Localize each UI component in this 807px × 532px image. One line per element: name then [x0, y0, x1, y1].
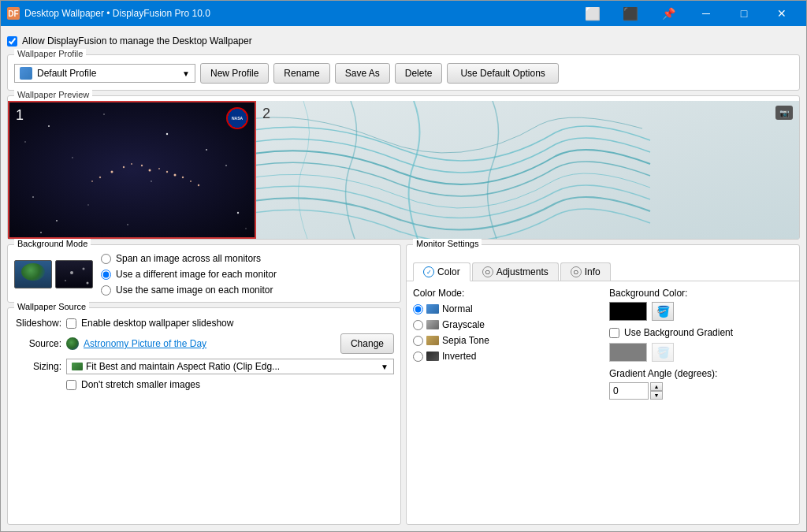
slideshow-check-label[interactable]: Enable desktop wallpaper slideshow [81, 318, 233, 329]
dont-stretch-checkbox[interactable] [66, 380, 76, 390]
svg-point-21 [190, 180, 192, 182]
source-label: Source: [14, 338, 61, 349]
radio-different-label[interactable]: Use a different image for each monitor [116, 269, 277, 280]
manage-label[interactable]: Allow DisplayFusion to manage the Deskto… [22, 35, 252, 47]
svg-point-6 [32, 196, 34, 198]
source-text: Astronomy Picture of the Day [84, 338, 206, 349]
monitor-2-preview[interactable]: 2 📷 [256, 101, 799, 239]
tab-adjustments-icon: ○ [482, 266, 493, 277]
source-row: Source: Astronomy Picture of the Day Cha… [14, 333, 394, 354]
gradient-label[interactable]: Use Background Gradient [624, 327, 733, 338]
color-mode-normal: Normal [413, 303, 597, 314]
tab-color-label: Color [437, 266, 460, 277]
svg-point-20 [91, 180, 93, 182]
svg-point-14 [149, 169, 151, 172]
svg-point-4 [206, 149, 207, 151]
save-as-button[interactable]: Save As [335, 63, 390, 84]
tab-info-label: Info [585, 266, 601, 277]
bg-color-eyedropper[interactable]: 🪣 [652, 302, 674, 321]
svg-point-30 [83, 268, 85, 270]
svg-point-32 [87, 282, 89, 285]
wallpaper-source-section: Wallpaper Source Slideshow: Enable deskt… [7, 307, 401, 525]
svg-point-31 [65, 280, 66, 281]
radio-same-label[interactable]: Use the same image on each monitor [116, 285, 273, 296]
grayscale-label[interactable]: Grayscale [442, 319, 485, 330]
new-profile-button[interactable]: New Profile [200, 63, 269, 84]
color-mode-section: Color Mode: Normal [413, 288, 793, 400]
radio-different: Use a different image for each monitor [101, 269, 277, 280]
bg-color-title: Background Color: [609, 288, 793, 299]
gradient-eyedropper[interactable]: 🪣 [652, 343, 674, 362]
change-source-button[interactable]: Change [340, 333, 394, 354]
tab-content-color: Color Mode: Normal [407, 281, 799, 406]
slideshow-checkbox[interactable] [66, 318, 76, 329]
svg-point-17 [174, 174, 177, 177]
radio-inverted[interactable] [413, 352, 423, 362]
color-mode-title: Color Mode: [413, 288, 597, 299]
radio-options: Span an image across all monitors Use a … [101, 253, 277, 296]
tab-info-icon: ○ [571, 266, 582, 277]
main-window: DF Desktop Wallpaper • DisplayFusion Pro… [0, 0, 807, 532]
bg-color-swatch[interactable] [609, 302, 647, 321]
wave-wallpaper [256, 101, 799, 239]
angle-input-row: 0 ▲ ▼ [609, 382, 793, 400]
tab-color[interactable]: ✓ Color [413, 262, 470, 281]
restore-button[interactable]: □ [726, 1, 762, 26]
delete-button[interactable]: Delete [395, 63, 443, 84]
slideshow-row: Slideshow: Enable desktop wallpaper slid… [14, 318, 394, 329]
monitor-icon-1[interactable]: ⬜ [575, 1, 611, 26]
tab-color-icon: ✓ [423, 266, 434, 277]
angle-up-button[interactable]: ▲ [650, 382, 663, 391]
radio-normal[interactable] [413, 304, 423, 314]
minimize-button[interactable]: ─ [688, 1, 724, 26]
svg-point-9 [56, 220, 58, 221]
sizing-label: Sizing: [14, 361, 61, 372]
color-mode-grayscale: Grayscale [413, 319, 597, 330]
radio-span-input[interactable] [101, 254, 111, 264]
radio-span: Span an image across all monitors [101, 253, 277, 264]
bg-mode-content: Span an image across all monitors Use a … [14, 250, 394, 296]
rename-button[interactable]: Rename [273, 63, 329, 84]
inverted-label[interactable]: Inverted [442, 351, 476, 362]
sepia-label[interactable]: Sepia Tone [442, 335, 489, 346]
monitor-1-preview[interactable]: 1 NASA [8, 101, 256, 239]
radio-span-label[interactable]: Span an image across all monitors [116, 253, 261, 264]
bg-color-section: Background Color: 🪣 [609, 288, 793, 321]
bg-color-swatch-row: 🪣 [609, 302, 793, 321]
tab-info[interactable]: ○ Info [560, 262, 611, 281]
use-default-button[interactable]: Use Default Options [447, 63, 558, 84]
radio-sepia[interactable] [413, 336, 423, 346]
radio-different-input[interactable] [101, 270, 111, 280]
monitor-icons [14, 260, 93, 288]
sizing-row: Sizing: Fit Best and maintain Aspect Rat… [14, 359, 394, 374]
svg-point-5 [151, 180, 152, 182]
monitor-settings-label: Monitor Settings [413, 239, 482, 248]
radio-same-input[interactable] [101, 285, 111, 296]
angle-down-button[interactable]: ▼ [650, 391, 663, 400]
monitor-icon-2[interactable]: ⬛ [612, 1, 649, 26]
monitor-icon-globe [14, 260, 52, 288]
radio-grayscale[interactable] [413, 320, 423, 330]
sizing-text: Fit Best and maintain Aspect Ratio (Clip… [86, 361, 280, 372]
angle-input[interactable]: 0 [609, 382, 649, 400]
monitor-1-number: 1 [16, 107, 24, 124]
svg-point-24 [87, 204, 89, 206]
pin-button[interactable]: 📌 [650, 1, 686, 26]
close-button[interactable]: ✕ [764, 1, 800, 26]
dont-stretch-label[interactable]: Don't stretch smaller images [81, 379, 200, 390]
sizing-dropdown[interactable]: Fit Best and maintain Aspect Ratio (Clip… [66, 359, 394, 374]
right-panel-inner: ✓ Color ○ Adjustments ○ Info [407, 245, 799, 406]
monitor-settings-panel: Monitor Settings ✓ Color ○ Adjustments [406, 244, 800, 525]
profile-section-label: Wallpaper Profile [14, 49, 86, 58]
gradient-color-swatch[interactable] [609, 343, 647, 362]
tab-adjustments[interactable]: ○ Adjustments [472, 262, 559, 281]
gradient-section: Use Background Gradient 🪣 [609, 327, 793, 362]
svg-point-26 [245, 228, 247, 229]
monitor-2-number: 2 [262, 106, 270, 122]
gradient-check-row: Use Background Gradient [609, 327, 793, 338]
gradient-checkbox[interactable] [609, 328, 619, 338]
profile-dropdown[interactable]: Default Profile ▼ [14, 64, 195, 83]
svg-point-8 [127, 224, 128, 225]
manage-checkbox[interactable] [7, 36, 17, 47]
normal-label[interactable]: Normal [442, 303, 473, 314]
